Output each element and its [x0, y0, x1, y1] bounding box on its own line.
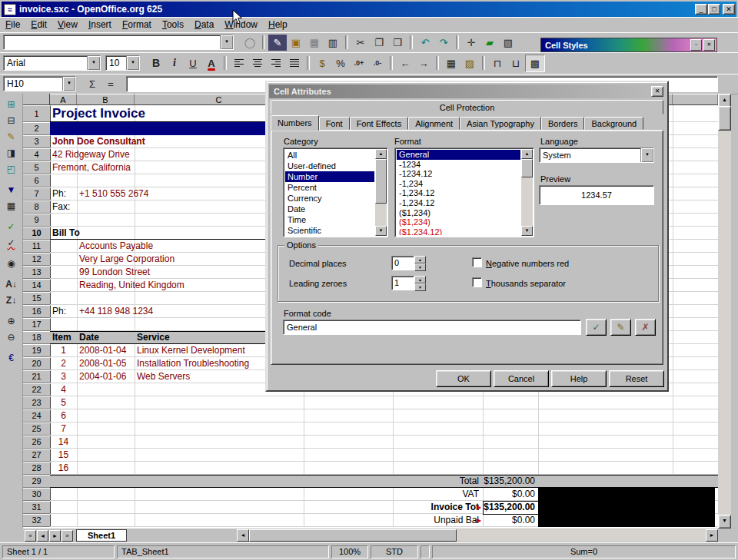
menu-help[interactable]: Help [263, 18, 293, 32]
next-sheet-button[interactable]: ► [49, 530, 61, 542]
cell-b21[interactable]: 2004-01-06 [77, 370, 135, 383]
leading-zeroes-value[interactable]: 1 [391, 276, 414, 290]
sheet-tab-sheet1[interactable]: Sheet1 [76, 529, 127, 542]
sort-ascending-icon[interactable]: A↓ [2, 276, 21, 292]
row-header-30[interactable]: 30 [23, 488, 51, 501]
bold-icon[interactable]: B [147, 55, 165, 71]
language-combobox[interactable]: System ▼ [539, 147, 654, 163]
align-left-icon[interactable] [230, 55, 248, 71]
tab-font-effects[interactable]: Font Effects [350, 117, 409, 130]
status-page-style[interactable]: TAB_Sheet1 [117, 545, 329, 558]
insert-cells-icon[interactable]: ⊟ [2, 112, 21, 128]
format-item-7[interactable]: ($1,234) [397, 217, 520, 227]
tab-asian-typography[interactable]: Asian Typography [460, 117, 541, 130]
row-header-16[interactable]: 16 [23, 305, 51, 318]
menu-tools[interactable]: Tools [157, 18, 189, 32]
row-header-1[interactable]: 1 [23, 105, 51, 122]
cell-b18[interactable]: Date [77, 331, 135, 344]
status-selection-mode[interactable]: STD [371, 545, 418, 558]
row-header-17[interactable]: 17 [23, 318, 51, 331]
category-item-number[interactable]: Number [285, 171, 374, 182]
group-icon[interactable]: ⊕ [2, 313, 21, 329]
row-header-28[interactable]: 28 [23, 462, 51, 475]
horizontal-scrollbar[interactable]: ◄ ► [237, 529, 718, 542]
row-header-7[interactable]: 7 [23, 187, 51, 200]
row-header-12[interactable]: 12 [23, 253, 51, 266]
background-color-icon[interactable]: ▨ [460, 55, 479, 71]
column-header-h[interactable] [673, 94, 718, 104]
align-top-icon[interactable]: ⊓ [488, 55, 507, 71]
cell-a16[interactable]: Ph: [50, 305, 77, 318]
add-decimal-icon[interactable]: .0+ [350, 55, 368, 71]
cell-a8[interactable]: Fax: [50, 200, 77, 214]
number-format-currency-icon[interactable]: $ [313, 55, 331, 71]
insert-graphics-icon[interactable]: ◰ [2, 161, 21, 177]
cell-a5[interactable]: Fremont, California [50, 161, 77, 174]
scroll-right-button[interactable]: ► [706, 529, 718, 542]
cell-a23[interactable]: 5 [50, 396, 77, 409]
euro-converter-icon[interactable]: € [2, 350, 21, 366]
menu-insert[interactable]: Insert [83, 18, 117, 32]
open-document-icon[interactable]: ▣ [287, 35, 305, 51]
maximize-button[interactable]: □ [708, 4, 720, 15]
cell-a19[interactable]: 1 [50, 344, 77, 357]
close-button[interactable]: ✕ [723, 4, 735, 15]
thousands-separator-checkbox[interactable] [472, 277, 482, 287]
cell-b20[interactable]: 2008-01-05 [77, 357, 135, 370]
last-sheet-button[interactable]: » [62, 530, 73, 542]
scroll-down-icon[interactable]: ▼ [375, 226, 387, 236]
cell-e32[interactable]: Unpaid Bal [393, 514, 483, 527]
save-document-icon[interactable]: ▦ [305, 35, 324, 51]
column-header-b[interactable]: B [77, 94, 135, 104]
title-bar[interactable]: ≈ invoice.sxc - OpenOffice.org 625 _ □ ✕ [2, 2, 736, 17]
scroll-down-button[interactable]: ▼ [718, 515, 731, 529]
row-header-25[interactable]: 25 [23, 422, 51, 436]
category-scrollbar[interactable]: ▲ ▼ [375, 149, 387, 236]
row-header-14[interactable]: 14 [23, 279, 51, 292]
row-header-9[interactable]: 9 [23, 214, 51, 227]
category-item-user-defined[interactable]: User-defined [285, 161, 374, 171]
font-size-combobox[interactable]: 10 ▼ [105, 55, 140, 71]
row-header-18[interactable]: 18 [23, 331, 51, 344]
row-header-4[interactable]: 4 [23, 148, 51, 161]
cell-b14[interactable]: Reading, United Kingdom [77, 279, 135, 292]
navigator-icon[interactable]: ✛ [462, 35, 480, 51]
menu-file[interactable]: File [0, 18, 25, 32]
category-item-time[interactable]: Time [285, 214, 374, 225]
row-header-13[interactable]: 13 [23, 266, 51, 279]
cell-e30[interactable]: VAT [393, 488, 483, 501]
format-item-3[interactable]: -1,234 [397, 179, 520, 189]
tab-numbers[interactable]: Numbers [271, 115, 319, 131]
row-header-27[interactable]: 27 [23, 449, 51, 462]
cell-f32[interactable]: $0.00 [483, 514, 538, 527]
cell-a3[interactable]: John Doe Consultant [50, 135, 77, 148]
cell-a4[interactable]: 42 Ridgeway Drive [50, 148, 77, 161]
confirm-format-button[interactable]: ✓ [586, 319, 607, 336]
italic-icon[interactable]: i [165, 55, 184, 71]
row-header-20[interactable]: 20 [23, 357, 51, 370]
edit-file-icon[interactable]: ✎ [268, 35, 287, 51]
tab-borders[interactable]: Borders [541, 117, 585, 130]
insert-object-icon[interactable]: ⊞ [2, 96, 21, 112]
cell-a27[interactable]: 15 [50, 449, 77, 462]
cell-f30[interactable]: $0.00 [483, 488, 538, 501]
undo-icon[interactable]: ↶ [416, 35, 434, 51]
dropdown-arrow-icon[interactable]: ▼ [62, 77, 75, 91]
sum-button[interactable]: Σ [83, 76, 101, 92]
cell-b11[interactable]: Accounts Payable [77, 240, 135, 253]
scroll-up-icon[interactable]: ▲ [375, 149, 387, 159]
cell-a7[interactable]: Ph: [50, 187, 77, 200]
first-sheet-button[interactable]: « [25, 530, 36, 542]
row-header-22[interactable]: 22 [23, 383, 51, 396]
dropdown-arrow-icon[interactable]: ▼ [220, 35, 233, 49]
row-header-29[interactable]: 29 [23, 475, 51, 488]
cut-icon[interactable]: ✂ [351, 35, 370, 51]
row-header-24[interactable]: 24 [23, 409, 51, 422]
menu-edit[interactable]: Edit [25, 18, 52, 32]
highlighting-icon[interactable]: ▰ [480, 35, 499, 51]
draw-functions-icon[interactable]: ✎ [2, 128, 21, 144]
cell-b19[interactable]: 2008-01-04 [77, 344, 135, 357]
copy-icon[interactable]: ❐ [370, 35, 388, 51]
menu-format[interactable]: Format [117, 18, 157, 32]
row-header-26[interactable]: 26 [23, 436, 51, 449]
